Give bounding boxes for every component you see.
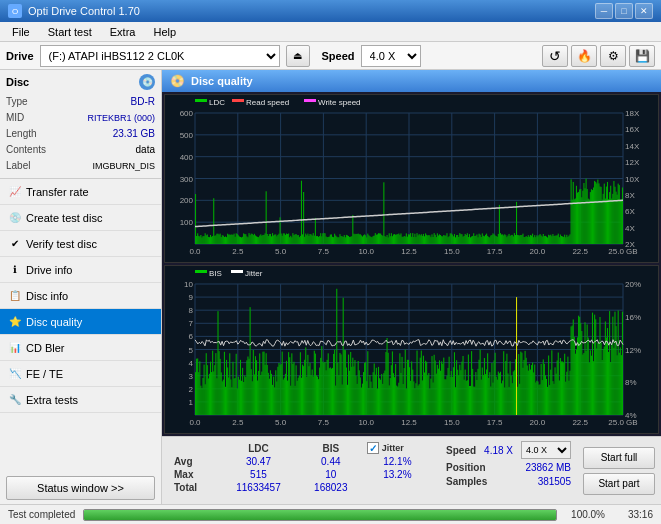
app-title: Opti Drive Control 1.70	[28, 5, 140, 17]
disc-info-icon: 📋	[8, 289, 22, 303]
disc-mid-label: MID	[6, 110, 24, 126]
cd-bler-icon: 📊	[8, 341, 22, 355]
menu-extra[interactable]: Extra	[102, 24, 144, 40]
disc-label-label: Label	[6, 158, 30, 174]
sidebar-item-disc-quality-label: Disc quality	[26, 316, 82, 328]
sidebar-item-transfer-rate[interactable]: 📈 Transfer rate	[0, 179, 161, 205]
disc-quality-title: Disc quality	[191, 75, 253, 87]
progress-time: 33:16	[613, 509, 653, 520]
start-full-button[interactable]: Start full	[583, 447, 655, 469]
transfer-rate-icon: 📈	[8, 185, 22, 199]
disc-type-label: Type	[6, 94, 28, 110]
stats-right-panel: Speed 4.18 X 4.0 X Position 23862 MB Sam…	[440, 437, 577, 504]
close-button[interactable]: ✕	[635, 3, 653, 19]
stats-avg-jitter: 12.1%	[363, 455, 432, 468]
menu-bar: File Start test Extra Help	[0, 22, 661, 42]
sidebar-item-verify-test-disc[interactable]: ✔ Verify test disc	[0, 231, 161, 257]
stats-max-bis: 10	[299, 468, 363, 481]
sidebar-item-extra-tests[interactable]: 🔧 Extra tests	[0, 387, 161, 413]
disc-type-value: BD-R	[131, 94, 155, 110]
stats-col-jitter-cb: ✓ Jitter	[363, 441, 432, 455]
bottom-chart-canvas	[165, 266, 658, 433]
disc-info-panel: Disc 💿 Type BD-R MID RITEKBR1 (000) Leng…	[0, 70, 161, 179]
window-controls: ─ □ ✕	[595, 3, 653, 19]
disc-panel-title: Disc	[6, 76, 29, 88]
disc-quality-header: 📀 Disc quality	[162, 70, 661, 92]
stats-col-ldc: LDC	[218, 441, 299, 455]
disc-mid-value: RITEKBR1 (000)	[87, 110, 155, 126]
sidebar-item-disc-info[interactable]: 📋 Disc info	[0, 283, 161, 309]
speed-stat-label: Speed	[446, 445, 476, 456]
sidebar-item-transfer-rate-label: Transfer rate	[26, 186, 89, 198]
disc-icon: 💿	[139, 74, 155, 90]
sidebar-item-cd-bler-label: CD Bler	[26, 342, 65, 354]
drive-bar: Drive (F:) ATAPI iHBS112 2 CL0K ⏏ Speed …	[0, 42, 661, 70]
main-layout: Disc 💿 Type BD-R MID RITEKBR1 (000) Leng…	[0, 70, 661, 504]
stats-total-label: Total	[170, 481, 218, 494]
sidebar-item-drive-info[interactable]: ℹ Drive info	[0, 257, 161, 283]
status-window-button[interactable]: Status window >>	[6, 476, 155, 500]
sidebar-item-disc-quality[interactable]: ⭐ Disc quality	[0, 309, 161, 335]
stats-avg-bis: 0.44	[299, 455, 363, 468]
disc-length-label: Length	[6, 126, 37, 142]
sidebar-item-drive-info-label: Drive info	[26, 264, 72, 276]
stats-max-ldc: 515	[218, 468, 299, 481]
minimize-button[interactable]: ─	[595, 3, 613, 19]
title-bar: O Opti Drive Control 1.70 ─ □ ✕	[0, 0, 661, 22]
content-area: 📀 Disc quality LDC	[162, 70, 661, 504]
jitter-checkbox[interactable]: ✓	[367, 442, 379, 454]
start-part-button[interactable]: Start part	[583, 473, 655, 495]
maximize-button[interactable]: □	[615, 3, 633, 19]
eject-button[interactable]: ⏏	[286, 45, 310, 67]
speed-label: Speed	[322, 50, 355, 62]
top-chart	[164, 94, 659, 263]
create-test-disc-icon: 💿	[8, 211, 22, 225]
menu-file[interactable]: File	[4, 24, 38, 40]
sidebar-item-create-test-disc[interactable]: 💿 Create test disc	[0, 205, 161, 231]
disc-contents-label: Contents	[6, 142, 46, 158]
speed-row: Speed 4.18 X 4.0 X	[446, 441, 571, 459]
samples-value: 381505	[538, 476, 571, 487]
sidebar-item-create-test-disc-label: Create test disc	[26, 212, 102, 224]
position-label: Position	[446, 462, 485, 473]
stats-row-avg: Avg 30.47 0.44 12.1%	[170, 455, 432, 468]
samples-label: Samples	[446, 476, 487, 487]
disc-length-value: 23.31 GB	[113, 126, 155, 142]
refresh-button[interactable]: ↺	[542, 45, 568, 67]
stats-total-jitter	[363, 481, 432, 494]
disc-quality-icon: ⭐	[8, 315, 22, 329]
stats-total-bis: 168023	[299, 481, 363, 494]
stats-max-label: Max	[170, 468, 218, 481]
speed-select[interactable]: 4.0 X 1.0 X 2.0 X 6.0 X	[361, 45, 421, 67]
position-value: 23862 MB	[525, 462, 571, 473]
sidebar-item-fe-te[interactable]: 📉 FE / TE	[0, 361, 161, 387]
stats-avg-ldc: 30.47	[218, 455, 299, 468]
stats-total-ldc: 11633457	[218, 481, 299, 494]
speed-stat-select[interactable]: 4.0 X	[521, 441, 571, 459]
burn-button[interactable]: 🔥	[571, 45, 597, 67]
charts-area	[162, 92, 661, 436]
progress-area: Test completed 100.0% 33:16	[0, 504, 661, 524]
stats-buttons: Start full Start part	[577, 437, 661, 504]
stats-table-area: LDC BIS ✓ Jitter Avg	[162, 437, 440, 504]
disc-label-value: IMGBURN_DIS	[92, 158, 155, 174]
disc-label-row: Label IMGBURN_DIS	[6, 158, 155, 174]
disc-length-row: Length 23.31 GB	[6, 126, 155, 142]
disc-type-row: Type BD-R	[6, 94, 155, 110]
menu-start-test[interactable]: Start test	[40, 24, 100, 40]
menu-help[interactable]: Help	[145, 24, 184, 40]
settings-button[interactable]: ⚙	[600, 45, 626, 67]
drive-label: Drive	[6, 50, 34, 62]
app-icon: O	[8, 4, 22, 18]
speed-stat-value: 4.18 X	[484, 445, 513, 456]
status-text: Test completed	[8, 509, 75, 520]
sidebar-item-cd-bler[interactable]: 📊 CD Bler	[0, 335, 161, 361]
extra-tests-icon: 🔧	[8, 393, 22, 407]
drive-select[interactable]: (F:) ATAPI iHBS112 2 CL0K	[40, 45, 280, 67]
stats-row-total: Total 11633457 168023	[170, 481, 432, 494]
save-button[interactable]: 💾	[629, 45, 655, 67]
sidebar-item-fe-te-label: FE / TE	[26, 368, 63, 380]
jitter-label: Jitter	[382, 443, 404, 453]
progress-percent: 100.0%	[565, 509, 605, 520]
top-chart-canvas	[165, 95, 658, 262]
